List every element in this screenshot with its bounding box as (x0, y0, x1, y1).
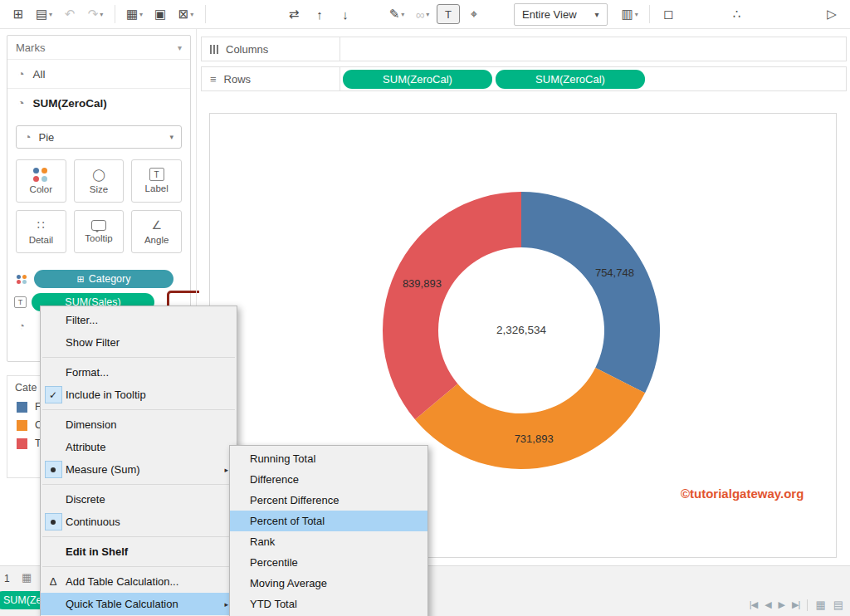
tableau-app: ⊞▤▾↶↷▾▦▾▣⊠▾⇄↑↓✎▾∞▾T⌖Entire View▾▥▾◻∴▷ Ma… (0, 0, 850, 616)
color-dot (42, 176, 47, 182)
marks-button-label: Color (30, 185, 52, 195)
status-bar-right: |◀◀▶▶|▦▤ (750, 599, 843, 611)
prev-page-icon[interactable]: ◀ (765, 599, 770, 610)
chevron-down-icon: ▾ (190, 11, 193, 18)
menu-item-discrete[interactable]: Discrete (41, 488, 237, 511)
menu-item-filter[interactable]: Filter... (41, 309, 237, 331)
submenu-item-rank[interactable]: Rank (230, 531, 427, 552)
chevron-down-icon: ▾ (426, 11, 429, 18)
submenu-item-percent-of-total[interactable]: Percent of Total (230, 511, 427, 531)
next-page-icon[interactable]: ▶ (779, 599, 784, 610)
menu-item-attribute[interactable]: Attribute (41, 436, 237, 458)
new-worksheet-icon[interactable]: ▦▾ (123, 3, 146, 25)
slice-value-label: 754,748 (595, 266, 634, 279)
marks-button-label[interactable]: TLabel (131, 159, 182, 203)
marks-button-tooltip[interactable]: Tooltip (74, 210, 125, 253)
save-icon[interactable]: ▤▾ (32, 3, 56, 25)
menu-item-edit-in-shelf[interactable]: Edit in Shelf (41, 540, 237, 563)
sheet-icon[interactable]: ▦ (22, 571, 32, 584)
menu-item-label: Edit in Shelf (66, 545, 128, 558)
pill-row: ⊞Category (14, 270, 183, 288)
columns-shelf: Columns (201, 37, 847, 61)
marks-button-label: Angle (144, 236, 169, 246)
context-menu: Filter...Show FilterFormat...✓Include in… (40, 306, 237, 616)
show-filmstrip-icon[interactable]: ▦ (815, 599, 825, 611)
pie-slice-754-748[interactable] (521, 192, 660, 393)
redo-icon: ↷▾ (84, 3, 107, 25)
highlight-icon[interactable]: ✎▾ (385, 3, 408, 25)
menu-separator (42, 566, 235, 567)
chevron-down-icon[interactable]: ▾ (178, 43, 182, 52)
presentation-mode-icon[interactable]: ▷ (820, 3, 843, 25)
status-separator (807, 599, 808, 611)
submenu-item-ytd-total[interactable]: YTD Total (230, 594, 427, 614)
marks-button-color[interactable]: Color (16, 159, 66, 203)
submenu-item-difference[interactable]: Difference (230, 469, 427, 490)
group-members-icon: ∞▾ (411, 3, 434, 25)
marks-button-size[interactable]: ◯Size (74, 159, 125, 203)
submenu-item-moving-average[interactable]: Moving Average (230, 573, 427, 594)
show-tabs-icon[interactable]: ▤ (833, 599, 843, 611)
status-count: 1 (4, 573, 10, 584)
show-mark-labels-icon[interactable]: T (437, 4, 460, 24)
marks-button-detail[interactable]: ∷Detail (16, 210, 66, 253)
menu-item-dimension[interactable]: Dimension (41, 413, 237, 436)
marks-button-angle[interactable]: ∠Angle (131, 210, 182, 253)
submenu-item-percentile[interactable]: Percentile (230, 552, 427, 573)
color-dot (17, 275, 21, 279)
view-size-select[interactable]: Entire View▾ (514, 3, 608, 26)
menu-item-continuous[interactable]: Continuous (41, 511, 237, 533)
marks-layer-all[interactable]: ◔ All (7, 59, 190, 88)
fit-icon[interactable]: ◻ (657, 3, 681, 25)
chevron-down-icon: ▾ (635, 11, 638, 18)
tooltip-icon (91, 220, 106, 231)
clear-sheet-icon[interactable]: ⊠▾ (174, 3, 198, 25)
marks-layer-zerocal[interactable]: ◔ SUM(ZeroCal) (7, 88, 190, 117)
menu-item-add-table-calculation[interactable]: ΔAdd Table Calculation... (41, 570, 237, 593)
pill-label: Category (89, 273, 131, 285)
legend-swatch (17, 438, 27, 449)
submenu-arrow-icon: ▸ (224, 600, 228, 609)
menu-item-show-filter[interactable]: Show Filter (41, 331, 237, 354)
rows-shelf-field[interactable]: SUM(ZeroCal)SUM(ZeroCal) (340, 66, 847, 91)
pie-slice-839-893[interactable] (383, 192, 521, 419)
menu-item-label: Show Filter (66, 336, 120, 349)
columns-shelf-label: Columns (201, 37, 340, 61)
sort-ascending-icon[interactable]: ↑ (308, 3, 331, 25)
color-target-icon (14, 275, 29, 284)
swap-rows-columns-icon[interactable]: ⇄ (282, 3, 305, 25)
color-dot (33, 176, 39, 182)
marks-button-label: Size (90, 185, 108, 195)
toolbar-gap (359, 14, 383, 15)
rows-icon: ≡ (210, 73, 217, 86)
menu-item-include-in-tooltip[interactable]: ✓Include in Tooltip (41, 384, 237, 406)
mark-labels-dropdown-icon[interactable]: ▥▾ (618, 3, 642, 25)
first-page-icon[interactable]: |◀ (750, 599, 757, 610)
toolbar-separator (205, 5, 206, 23)
duplicate-sheet-icon[interactable]: ▣ (149, 3, 172, 25)
new-data-source-icon[interactable]: ⊞ (7, 3, 30, 25)
submenu-item-percent-difference[interactable]: Percent Difference (230, 490, 427, 511)
fix-axes-icon[interactable]: ⌖ (462, 3, 486, 25)
table-calculation-icon: Δ (50, 575, 57, 588)
chevron-down-icon: ▾ (139, 11, 143, 18)
mark-type-select[interactable]: ◔ Pie ▾ (16, 125, 182, 149)
pill-category[interactable]: ⊞Category (34, 270, 173, 288)
menu-item-format[interactable]: Format... (41, 361, 237, 384)
submenu-item-running-total[interactable]: Running Total (230, 448, 427, 469)
last-page-icon[interactable]: ▶| (792, 599, 799, 610)
color-dot (22, 280, 27, 284)
expand-icon: ⊞ (77, 275, 85, 284)
rows-pill-sum-zerocal[interactable]: SUM(ZeroCal) (496, 70, 645, 89)
columns-shelf-field[interactable] (340, 37, 847, 61)
rows-pill-sum-zerocal[interactable]: SUM(ZeroCal) (343, 70, 492, 89)
radio-bullet-icon (45, 461, 62, 478)
menu-gutter: ✓ (41, 386, 66, 403)
menu-item-quick-table-calculation[interactable]: Quick Table Calculation▸ (41, 593, 237, 615)
menu-item-measure-sum[interactable]: Measure (Sum)▸ (41, 458, 237, 481)
menu-item-label: Add Table Calculation... (66, 575, 178, 588)
marks-card-header: Marks ▾ (7, 36, 190, 59)
sort-descending-icon[interactable]: ↓ (334, 3, 357, 25)
menu-separator (42, 357, 235, 358)
share-icon[interactable]: ∴ (725, 3, 749, 25)
